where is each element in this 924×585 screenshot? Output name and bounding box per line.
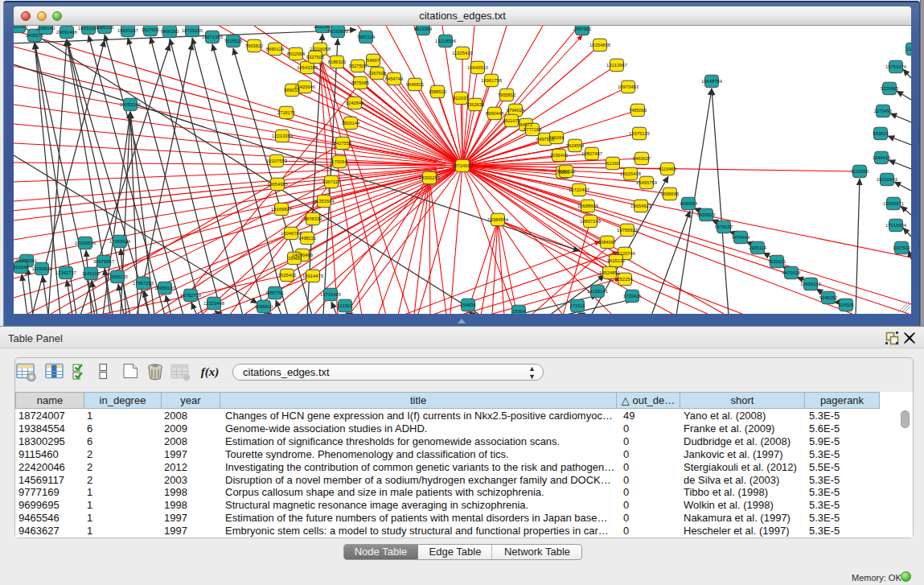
svg-text:19166827: 19166827: [271, 207, 292, 212]
svg-text:1362635: 1362635: [466, 102, 485, 107]
svg-text:252254: 252254: [617, 277, 633, 282]
svg-text:15720407: 15720407: [569, 187, 589, 192]
svg-text:11353594: 11353594: [314, 199, 335, 204]
svg-text:171611: 171611: [570, 303, 585, 308]
svg-text:11124: 11124: [906, 47, 911, 51]
svg-text:1244415: 1244415: [873, 155, 891, 160]
svg-text:9327500: 9327500: [306, 55, 325, 60]
svg-text:20691406: 20691406: [56, 30, 77, 35]
svg-text:1640954: 1640954: [680, 201, 698, 206]
svg-text:7986322: 7986322: [557, 169, 576, 174]
svg-text:54697: 54697: [367, 58, 380, 63]
svg-text:9527508: 9527508: [349, 64, 368, 68]
svg-text:1588520: 1588520: [429, 89, 447, 94]
svg-text:16154838: 16154838: [589, 43, 610, 47]
svg-text:6679197: 6679197: [715, 225, 733, 229]
svg-text:18724007: 18724007: [452, 163, 473, 168]
svg-text:1803380: 1803380: [14, 26, 27, 29]
svg-text:16961758: 16961758: [481, 78, 502, 83]
svg-text:2036443: 2036443: [550, 153, 569, 158]
svg-text:8990448: 8990448: [486, 111, 504, 116]
svg-text:7625402: 7625402: [278, 273, 297, 278]
svg-text:30975867: 30975867: [93, 259, 114, 264]
svg-text:7515526: 7515526: [224, 39, 243, 43]
svg-text:16653267: 16653267: [117, 28, 138, 33]
svg-text:6794024: 6794024: [507, 108, 525, 113]
svg-text:16543382: 16543382: [297, 65, 318, 70]
svg-text:17016504: 17016504: [885, 223, 907, 228]
svg-text:16033809: 16033809: [327, 29, 348, 34]
svg-text:10973493: 10973493: [618, 84, 639, 89]
svg-text:10958107: 10958107: [154, 286, 175, 290]
svg-text:1167533: 1167533: [893, 245, 910, 250]
svg-text:391546: 391546: [14, 265, 29, 270]
svg-text:12342737: 12342737: [55, 270, 76, 275]
svg-text:8186323: 8186323: [328, 60, 347, 64]
svg-text:16648784: 16648784: [701, 79, 723, 84]
svg-text:170064: 170064: [331, 159, 347, 164]
svg-text:1095810: 1095810: [255, 304, 273, 309]
svg-text:13524851: 13524851: [599, 270, 620, 275]
svg-text:9115460: 9115460: [659, 167, 676, 171]
svg-text:26335061: 26335061: [16, 258, 37, 263]
svg-text:9857791: 9857791: [266, 290, 285, 295]
svg-text:9777169: 9777169: [524, 127, 542, 132]
svg-text:f(x): f(x): [201, 365, 220, 379]
svg-text:16120746: 16120746: [614, 251, 635, 256]
svg-text:2273492: 2273492: [874, 109, 893, 113]
svg-text:8660124: 8660124: [266, 47, 285, 51]
svg-text:8471626: 8471626: [782, 270, 801, 275]
svg-text:20053346: 20053346: [120, 102, 141, 107]
svg-text:8813054: 8813054: [414, 27, 433, 31]
svg-text:1621072: 1621072: [503, 118, 521, 123]
svg-text:2935114: 2935114: [749, 245, 767, 250]
svg-text:23226058: 23226058: [310, 47, 331, 51]
svg-text:9699695: 9699695: [661, 192, 680, 196]
svg-text:9474444: 9474444: [732, 235, 750, 240]
svg-text:16914479: 16914479: [302, 274, 323, 278]
svg-text:9245052: 9245052: [819, 295, 838, 300]
svg-text:2069140: 2069140: [37, 26, 55, 31]
svg-text:25495759: 25495759: [636, 180, 657, 185]
svg-text:933823: 933823: [873, 131, 888, 136]
svg-text:11325419: 11325419: [452, 51, 472, 56]
svg-text:15466: 15466: [288, 256, 301, 261]
svg-text:8875685: 8875685: [351, 80, 370, 85]
svg-text:17359924: 17359924: [109, 239, 131, 244]
svg-text:12213967: 12213967: [606, 63, 627, 68]
svg-text:18364: 18364: [512, 309, 526, 314]
svg-text:10807487: 10807487: [581, 151, 602, 156]
svg-text:7957224: 7957224: [357, 35, 376, 39]
svg-text:16107553: 16107553: [266, 159, 287, 163]
svg-text:12213369: 12213369: [272, 134, 293, 138]
svg-text:19756923: 19756923: [617, 228, 638, 233]
svg-text:19654985: 19654985: [267, 182, 288, 187]
svg-text:15692971: 15692971: [883, 201, 904, 206]
svg-text:12505135: 12505135: [107, 274, 128, 279]
svg-text:17957253: 17957253: [133, 281, 154, 286]
svg-text:10025438: 10025438: [620, 171, 641, 176]
svg-text:7632621: 7632621: [768, 259, 786, 264]
svg-text:989018: 989018: [284, 88, 299, 93]
svg-text:924505: 924505: [838, 303, 853, 307]
svg-text:2405571: 2405571: [26, 33, 44, 38]
svg-text:19654923: 19654923: [630, 204, 651, 208]
svg-text:19384554: 19384554: [487, 217, 509, 222]
svg-text:10688609: 10688609: [577, 204, 598, 208]
svg-text:6466160: 6466160: [161, 29, 179, 34]
svg-text:14671355: 14671355: [202, 35, 223, 39]
svg-text:1065326: 1065326: [96, 26, 114, 30]
svg-text:9242848: 9242848: [346, 101, 364, 105]
svg-text:3624554: 3624554: [566, 143, 585, 148]
svg-text:18300295: 18300295: [419, 175, 440, 180]
svg-text:2887682: 2887682: [573, 27, 592, 31]
svg-text:9084067: 9084067: [598, 240, 617, 245]
svg-text:12975135: 12975135: [629, 131, 650, 136]
svg-text:16210643: 16210643: [877, 177, 897, 182]
svg-text:8933923: 8933923: [697, 212, 716, 217]
svg-text:154836: 154836: [460, 303, 475, 307]
svg-text:13716485: 13716485: [320, 292, 341, 297]
svg-text:2367608: 2367608: [368, 71, 387, 76]
svg-text:7955812: 7955812: [498, 93, 516, 97]
svg-text:13218506: 13218506: [435, 39, 456, 43]
